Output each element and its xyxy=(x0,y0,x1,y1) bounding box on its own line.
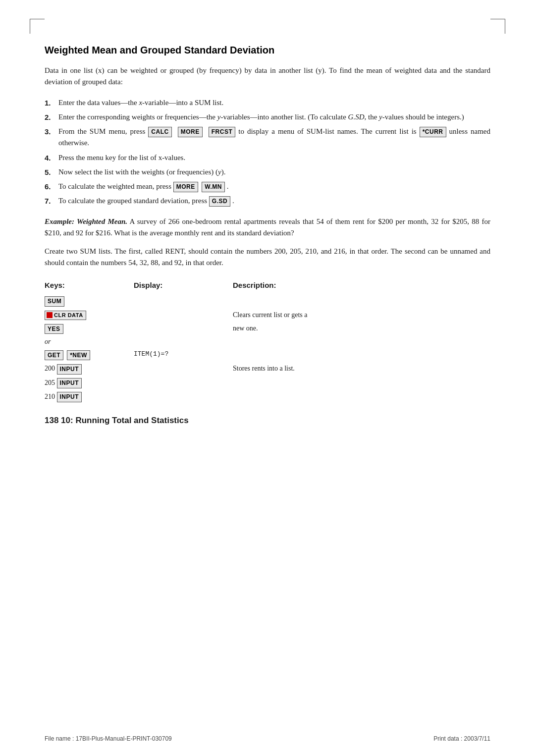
section-footer: 138 10: Running Total and Statistics xyxy=(45,416,490,426)
more-key-2: MORE xyxy=(173,182,198,192)
page-title: Weighted Mean and Grouped Standard Devia… xyxy=(45,45,490,56)
example-label: Example: Weighted Mean. xyxy=(45,217,127,225)
step-4-num: 4. xyxy=(45,152,58,163)
keys-200: 200 INPUT xyxy=(45,362,134,376)
input-210-button: INPUT xyxy=(57,392,82,402)
footer-left: File name : 17BII-Plus-Manual-E-PRINT-03… xyxy=(45,735,172,742)
keys-sum: SUM xyxy=(45,294,134,308)
step-5-num: 5. xyxy=(45,166,58,178)
step-1-text: Enter the data values—the x-variable—int… xyxy=(58,97,490,108)
calc-key: CALC xyxy=(148,127,171,137)
desc-clrdata: Clears current list or gets a xyxy=(233,308,490,322)
table-row-200: 200 INPUT Stores rents into a list. xyxy=(45,362,490,376)
step-6-text: To calculate the weighted mean, press MO… xyxy=(58,181,490,192)
step-5: 5. Now select the list with the weights … xyxy=(45,166,490,178)
curr-key: *CURR xyxy=(420,127,446,137)
example-paragraph-2: Create two SUM lists. The first, called … xyxy=(45,246,490,269)
corner-mark-tl-h xyxy=(30,19,45,19)
display-210 xyxy=(134,390,233,404)
step-1: 1. Enter the data values—the x-variable—… xyxy=(45,97,490,108)
table-row-sum: SUM xyxy=(45,294,490,308)
col-header-keys: Keys: xyxy=(45,281,134,294)
sum-button: SUM xyxy=(45,296,64,307)
display-205 xyxy=(134,376,233,390)
intro-paragraph: Data in one list (x) can be weighted or … xyxy=(45,65,490,88)
display-200 xyxy=(134,362,233,376)
keys-get-new: GET *NEW xyxy=(45,348,134,362)
desc-sum xyxy=(233,294,490,308)
keys-or: or xyxy=(45,335,134,348)
keys-yes: YES xyxy=(45,322,134,335)
table-row-get-new: GET *NEW ITEM(1)=? xyxy=(45,348,490,362)
item-display: ITEM(1)=? xyxy=(134,350,168,358)
step-6: 6. To calculate the weighted mean, press… xyxy=(45,181,490,192)
clrdata-icon xyxy=(47,312,53,318)
table-row-210: 210 INPUT xyxy=(45,390,490,404)
more-key-1: MORE xyxy=(178,127,203,137)
kdd-table: Keys: Display: Description: SUM xyxy=(45,281,490,404)
keys-clrdata: CLR DATA xyxy=(45,308,134,322)
main-content: Weighted Mean and Grouped Standard Devia… xyxy=(45,30,490,426)
desc-get-new xyxy=(233,348,490,362)
display-yes xyxy=(134,322,233,335)
step-4: 4. Press the menu key for the list of x-… xyxy=(45,152,490,163)
keys-210: 210 INPUT xyxy=(45,390,134,404)
input-205-button: INPUT xyxy=(57,378,82,388)
step-3-num: 3. xyxy=(45,126,58,137)
step-4-text: Press the menu key for the list of x-val… xyxy=(58,152,490,163)
step-6-num: 6. xyxy=(45,181,58,192)
display-clrdata xyxy=(134,308,233,322)
step-7-num: 7. xyxy=(45,195,58,207)
desc-210 xyxy=(233,390,490,404)
frcst-key: FRCST xyxy=(209,127,236,137)
clrdata-button: CLR DATA xyxy=(45,311,86,320)
step-3: 3. From the SUM menu, press CALC MORE FR… xyxy=(45,126,490,149)
desc-205 xyxy=(233,376,490,390)
corner-mark-tr-v xyxy=(505,19,505,34)
display-get-new: ITEM(1)=? xyxy=(134,348,233,362)
gsd-key: G.SD xyxy=(209,196,230,207)
steps-list: 1. Enter the data values—the x-variable—… xyxy=(45,97,490,207)
or-text: or xyxy=(45,338,51,345)
display-or xyxy=(134,335,233,348)
table-row-or: or xyxy=(45,335,490,348)
corner-mark-tr-h xyxy=(490,19,505,19)
footer-right: Print data : 2003/7/11 xyxy=(433,735,490,742)
wmn-key: W.MN xyxy=(202,182,225,192)
desc-yes: new one. xyxy=(233,322,490,335)
step-2-text: Enter the corresponding weights or frequ… xyxy=(58,111,490,123)
table-row-205: 205 INPUT xyxy=(45,376,490,390)
step-2: 2. Enter the corresponding weights or fr… xyxy=(45,111,490,123)
input-200-button: INPUT xyxy=(57,364,82,375)
desc-200: Stores rents into a list. xyxy=(233,362,490,376)
display-sum xyxy=(134,294,233,308)
table-row-clrdata: CLR DATA Clears current list or gets a xyxy=(45,308,490,322)
step-5-text: Now select the list with the weights (or… xyxy=(58,166,490,178)
corner-mark-tl-v xyxy=(30,19,30,34)
step-1-num: 1. xyxy=(45,97,58,108)
col-header-description: Description: xyxy=(233,281,490,294)
step-3-text: From the SUM menu, press CALC MORE FRCST… xyxy=(58,126,490,149)
page: Weighted Mean and Grouped Standard Devia… xyxy=(0,0,535,756)
col-header-display: Display: xyxy=(134,281,233,294)
yes-button: YES xyxy=(45,324,63,334)
step-2-num: 2. xyxy=(45,111,58,123)
get-button: GET xyxy=(45,350,63,361)
step-7-text: To calculate the grouped standard deviat… xyxy=(58,195,490,207)
page-footer: File name : 17BII-Plus-Manual-E-PRINT-03… xyxy=(45,735,490,742)
keys-205: 205 INPUT xyxy=(45,376,134,390)
example-paragraph: Example: Weighted Mean. A survey of 266 … xyxy=(45,216,490,239)
step-7: 7. To calculate the grouped standard dev… xyxy=(45,195,490,207)
new-button: *NEW xyxy=(67,350,90,361)
desc-or xyxy=(233,335,490,348)
table-row-yes: YES new one. xyxy=(45,322,490,335)
